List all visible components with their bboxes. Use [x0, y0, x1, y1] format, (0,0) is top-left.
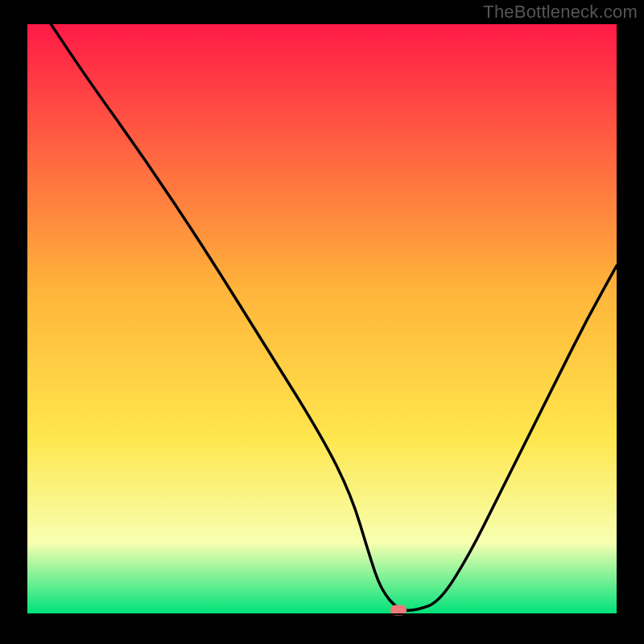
y-axis — [26, 24, 27, 613]
bottleneck-curve — [27, 24, 617, 613]
attribution-watermark: TheBottleneck.com — [483, 2, 638, 23]
x-axis — [27, 613, 617, 615]
plot-area — [27, 24, 617, 613]
figure-root: TheBottleneck.com — [0, 0, 644, 644]
